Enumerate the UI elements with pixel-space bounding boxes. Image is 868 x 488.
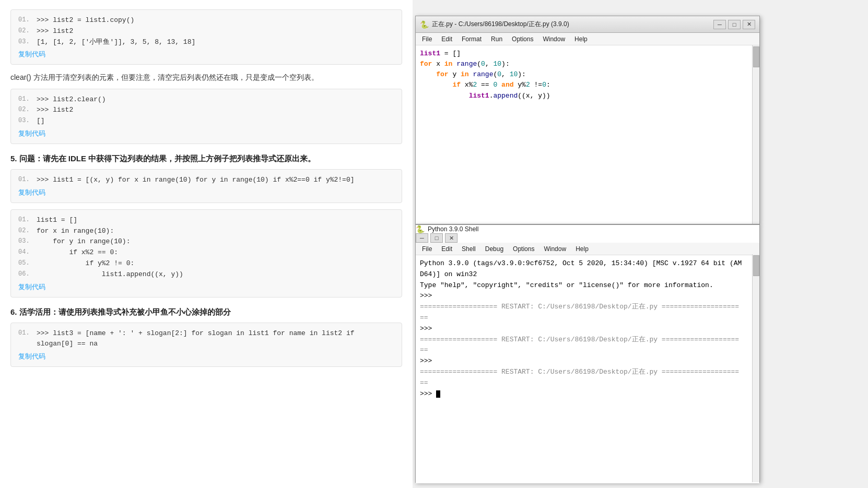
code-text: [1, [1, 2, ['小甲鱼']], 3, 5, 8, 13, 18]: [37, 37, 195, 48]
restart-line-2b: ==: [420, 346, 428, 354]
python-intro-line2: D64)] on win32: [420, 270, 477, 278]
line-number: 01.: [18, 215, 37, 225]
menu-edit[interactable]: Edit: [437, 34, 456, 44]
code-text: >>> list2: [37, 26, 73, 37]
titlebar-left: 🐍 Python 3.9.0 Shell: [416, 225, 759, 233]
shell-prompt-2: >>>: [420, 325, 432, 332]
code-text: >>> list3 = [name + ': ' + slogan[2:] fo…: [37, 328, 394, 350]
idle-shell-window: 🐍 Python 3.9.0 Shell ─ □ ✕ File Edit She…: [415, 224, 760, 483]
menu-options[interactable]: Options: [509, 244, 538, 254]
shell-prompt-3: >>>: [420, 357, 432, 365]
code-line: 03. [1, [1, 2, ['小甲鱼']], 3, 5, 8, 13, 18…: [18, 37, 394, 48]
idle-shell-icon: 🐍: [416, 225, 425, 233]
code-text: >>> list2.clear(): [37, 94, 106, 105]
editor-scrollbar[interactable]: [752, 45, 759, 224]
code-line: 02. >>> list2: [18, 105, 394, 116]
line-number: 02.: [18, 105, 37, 115]
cursor: [436, 390, 440, 398]
menu-file[interactable]: File: [418, 34, 436, 44]
scrollbar-thumb[interactable]: [753, 255, 759, 276]
menu-options[interactable]: Options: [508, 34, 537, 44]
copy-button-4[interactable]: 复制代码: [18, 282, 45, 292]
copy-button-1[interactable]: 复制代码: [18, 50, 45, 59]
restart-line-1b: ==: [420, 314, 428, 322]
idle-shell-title: Python 3.9.0 Shell: [428, 225, 478, 233]
copy-button-2[interactable]: 复制代码: [18, 129, 45, 138]
code-line: 03. []: [18, 116, 394, 127]
code-line: 01. >>> list2.clear(): [18, 94, 394, 105]
line-number: 05.: [18, 258, 37, 268]
idle-editor-titlebar: 🐍 正在.py - C:/Users/86198/Desktop/正在.py (…: [416, 16, 759, 33]
idle-editor-title: 正在.py - C:/Users/86198/Desktop/正在.py (3.…: [432, 20, 569, 29]
code-block-copy-demo: 01. >>> list2 = list1.copy() 02. >>> lis…: [10, 9, 402, 65]
python-type-hint: Type "help", "copyright", "credits" or "…: [420, 281, 713, 289]
menu-window[interactable]: Window: [538, 34, 569, 44]
menu-help[interactable]: Help: [571, 244, 593, 254]
line-number: 02.: [18, 26, 37, 36]
window-controls: ─ □ ✕: [713, 20, 755, 29]
idle-editor-menubar: File Edit Format Run Options Window Help: [416, 33, 759, 45]
idle-editor-body[interactable]: list1 = [] for x in range(0, 10): for y …: [416, 45, 759, 224]
shell-scrollbar[interactable]: [752, 254, 759, 482]
minimize-button[interactable]: ─: [416, 233, 428, 243]
code-line: 03. for y in range(10):: [18, 236, 394, 247]
python-intro-line1: Python 3.9.0 (tags/v3.9.0:9cf6752, Oct 5…: [420, 259, 742, 267]
code-block-q5-1: 01. >>> list1 = [(x, y) for x in range(1…: [10, 169, 402, 203]
line-number: 02.: [18, 226, 37, 236]
menu-debug[interactable]: Debug: [481, 244, 508, 254]
idle-shell-titlebar: 🐍 Python 3.9.0 Shell ─ □ ✕: [416, 225, 759, 243]
line-number: 06.: [18, 269, 37, 279]
copy-button-5[interactable]: 复制代码: [18, 352, 45, 361]
close-button[interactable]: ✕: [445, 233, 458, 243]
menu-help[interactable]: Help: [570, 34, 592, 44]
background-fill: [763, 0, 868, 488]
idle-shell-body[interactable]: Python 3.9.0 (tags/v3.9.0:9cf6752, Oct 5…: [416, 255, 759, 483]
shell-prompt-4: >>>: [420, 390, 440, 398]
menu-format[interactable]: Format: [458, 34, 486, 44]
code-text: >>> list2: [37, 105, 73, 116]
idle-editor-window: 🐍 正在.py - C:/Users/86198/Desktop/正在.py (…: [415, 16, 760, 224]
window-controls: ─ □ ✕: [416, 233, 759, 243]
code-line: 02. for x in range(10):: [18, 226, 394, 237]
question-6-title: 6. 活学活用：请使用列表推导式补充被小甲鱼不小心涂掉的部分: [10, 306, 402, 318]
code-text: >>> list1 = [(x, y) for x in range(10) f…: [37, 175, 355, 186]
restart-line-2: =================== RESTART: C:/Users/86…: [420, 336, 739, 343]
code-line: 01. >>> list2 = list1.copy(): [18, 15, 394, 26]
copy-button-3[interactable]: 复制代码: [18, 188, 45, 197]
line-number: 01.: [18, 94, 37, 104]
code-text: >>> list2 = list1.copy(): [37, 15, 134, 26]
code-text: list1.append((x, y)): [37, 269, 183, 280]
minimize-button[interactable]: ─: [713, 20, 726, 29]
menu-file[interactable]: File: [418, 244, 436, 254]
idle-shell-menubar: File Edit Shell Debug Options Window Hel…: [416, 243, 759, 255]
menu-shell[interactable]: Shell: [458, 244, 480, 254]
line-number: 01.: [18, 15, 37, 25]
main-content-area: 01. >>> list2 = list1.copy() 02. >>> lis…: [0, 0, 413, 488]
close-button[interactable]: ✕: [743, 20, 755, 29]
code-text: []: [37, 116, 45, 127]
code-line: 05. if y%2 != 0:: [18, 258, 394, 269]
menu-run[interactable]: Run: [487, 34, 507, 44]
restart-line-3: =================== RESTART: C:/Users/86…: [420, 368, 739, 376]
code-text: if x%2 == 0:: [37, 247, 118, 258]
code-block-q6: 01. >>> list3 = [name + ': ' + slogan[2:…: [10, 323, 402, 367]
scrollbar-thumb[interactable]: [753, 46, 759, 67]
question-5-title: 5. 问题：请先在 IDLE 中获得下边列表的结果，并按照上方例子把列表推导式还…: [10, 152, 402, 165]
code-text: for y in range(10):: [37, 236, 130, 247]
shell-prompt-1: >>>: [420, 292, 432, 300]
maximize-button[interactable]: □: [430, 233, 443, 243]
idle-editor-icon: 🐍: [420, 20, 429, 29]
code-block-q5-2: 01. list1 = [] 02. for x in range(10): 0…: [10, 209, 402, 297]
maximize-button[interactable]: □: [728, 20, 741, 29]
menu-window[interactable]: Window: [539, 244, 570, 254]
menu-edit[interactable]: Edit: [437, 244, 456, 254]
code-line: 01. >>> list1 = [(x, y) for x in range(1…: [18, 175, 394, 186]
code-text: if y%2 != 0:: [37, 258, 134, 269]
line-number: 03.: [18, 116, 37, 126]
restart-line-3b: ==: [420, 379, 428, 387]
line-number: 01.: [18, 175, 37, 185]
code-line: 02. >>> list2: [18, 26, 394, 37]
clear-description: clear() 方法用于清空列表的元素，但要注意，清空完后列表仍然还在哦，只是变…: [10, 71, 402, 84]
line-number: 03.: [18, 236, 37, 246]
line-number: 03.: [18, 37, 37, 47]
